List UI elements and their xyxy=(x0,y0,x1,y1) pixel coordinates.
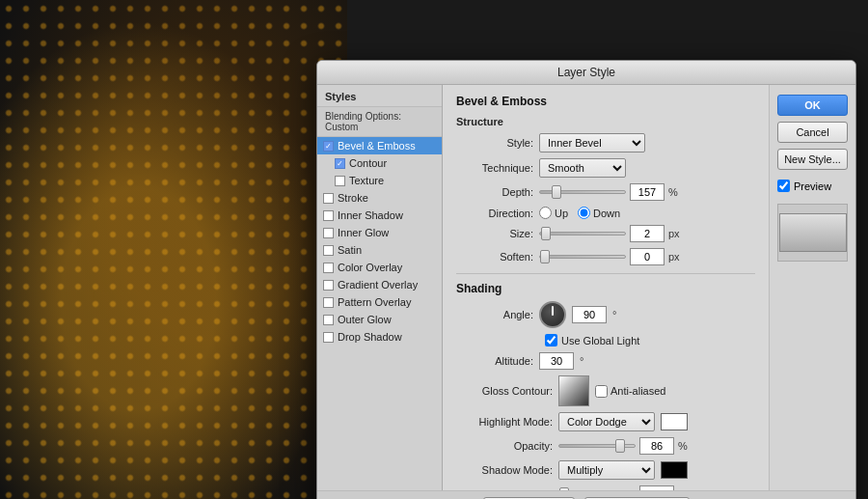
angle-dial[interactable] xyxy=(539,301,566,328)
styles-header: Styles xyxy=(317,85,442,107)
preview-row: Preview xyxy=(777,180,848,192)
gloss-contour-preview[interactable] xyxy=(558,375,589,406)
sidebar-item-bevel-emboss[interactable]: Bevel & Emboss xyxy=(317,137,442,154)
direction-down-label: Down xyxy=(593,208,620,219)
dialog-titlebar: Layer Style xyxy=(317,61,855,85)
highlight-opacity-input[interactable] xyxy=(639,437,674,455)
technique-row: Technique: Smooth Chisel Hard Chisel Sof… xyxy=(456,158,755,178)
direction-up-option[interactable]: Up xyxy=(539,207,568,219)
drop-shadow-label: Drop Shadow xyxy=(338,331,402,343)
blending-options-item[interactable]: Blending Options: Custom xyxy=(317,107,442,137)
soften-row: Soften: px xyxy=(456,248,755,265)
gloss-contour-row: Gloss Contour: Anti-aliased xyxy=(456,375,755,406)
anti-aliased-text: Anti-aliased xyxy=(610,385,665,397)
shadow-color-swatch[interactable] xyxy=(661,461,688,479)
color-overlay-label: Color Overlay xyxy=(338,262,402,273)
highlight-opacity-slider-container: % xyxy=(558,437,688,455)
shadow-mode-row: Shadow Mode: Multiply Normal Screen Over… xyxy=(456,460,755,480)
bevel-emboss-checkbox[interactable] xyxy=(323,141,334,152)
sidebar-item-satin[interactable]: Satin xyxy=(317,241,442,259)
shadow-opacity-unit: % xyxy=(678,488,688,490)
size-slider-container: px xyxy=(539,225,680,242)
style-label: Style: xyxy=(456,137,533,149)
style-row: Style: Inner Bevel Outer Bevel Emboss Pi… xyxy=(456,133,755,152)
size-row: Size: px xyxy=(456,225,755,242)
inner-glow-checkbox[interactable] xyxy=(323,228,334,238)
ok-button[interactable]: OK xyxy=(777,95,848,116)
layer-style-dialog: Layer Style Styles Blending Options: Cus… xyxy=(316,60,856,499)
dot-grid-overlay xyxy=(0,0,347,499)
color-overlay-checkbox[interactable] xyxy=(323,263,334,273)
contour-label: Contour xyxy=(349,157,387,169)
anti-aliased-checkbox[interactable] xyxy=(595,385,608,398)
style-select[interactable]: Inner Bevel Outer Bevel Emboss Pillow Em… xyxy=(539,133,645,152)
technique-select[interactable]: Smooth Chisel Hard Chisel Soft xyxy=(539,158,626,178)
sidebar-item-texture[interactable]: Texture xyxy=(317,172,442,189)
soften-slider[interactable] xyxy=(539,255,626,259)
section-title: Bevel & Emboss xyxy=(456,95,755,108)
direction-up-radio[interactable] xyxy=(539,207,552,219)
altitude-input[interactable] xyxy=(539,352,574,370)
shadow-opacity-row: Opacity: % xyxy=(456,485,755,490)
sidebar-item-color-overlay[interactable]: Color Overlay xyxy=(317,259,442,276)
stroke-checkbox[interactable] xyxy=(323,193,334,204)
drop-shadow-checkbox[interactable] xyxy=(323,332,334,343)
texture-label: Texture xyxy=(349,175,384,186)
dialog-body: Styles Blending Options: Custom Bevel & … xyxy=(317,85,855,490)
main-panel: Bevel & Emboss Structure Style: Inner Be… xyxy=(443,85,769,490)
structure-subtitle: Structure xyxy=(456,116,755,127)
direction-down-radio[interactable] xyxy=(578,207,590,219)
depth-unit: % xyxy=(668,186,678,198)
shadow-mode-select[interactable]: Multiply Normal Screen Overlay xyxy=(558,460,655,480)
global-light-checkbox[interactable] xyxy=(545,334,557,347)
sidebar-item-stroke[interactable]: Stroke xyxy=(317,189,442,207)
soften-unit: px xyxy=(668,251,680,263)
sidebar-item-outer-glow[interactable]: Outer Glow xyxy=(317,311,442,328)
highlight-opacity-row: Opacity: % xyxy=(456,437,755,455)
size-slider[interactable] xyxy=(539,232,626,236)
satin-checkbox[interactable] xyxy=(323,245,334,256)
altitude-unit: ° xyxy=(580,355,583,367)
pattern-overlay-label: Pattern Overlay xyxy=(338,296,411,308)
highlight-opacity-slider[interactable] xyxy=(558,444,636,448)
highlight-mode-select[interactable]: Color Dodge Normal Screen Multiply xyxy=(558,412,655,431)
soften-slider-container: px xyxy=(539,248,680,265)
shadow-opacity-input[interactable] xyxy=(639,485,674,490)
background-canvas xyxy=(0,0,347,499)
cancel-button[interactable]: Cancel xyxy=(777,122,848,143)
new-style-button[interactable]: New Style... xyxy=(777,149,848,170)
contour-checkbox[interactable] xyxy=(335,158,345,169)
stroke-label: Stroke xyxy=(338,192,368,204)
anti-aliased-label[interactable]: Anti-aliased xyxy=(595,385,665,398)
global-light-label[interactable]: Use Global Light xyxy=(545,334,639,347)
bevel-emboss-label: Bevel & Emboss xyxy=(338,140,416,152)
depth-input[interactable] xyxy=(630,183,665,201)
size-label: Size: xyxy=(456,228,533,239)
angle-input[interactable] xyxy=(572,306,607,323)
sidebar-item-drop-shadow[interactable]: Drop Shadow xyxy=(317,328,442,346)
direction-radio-group: Up Down xyxy=(539,207,620,219)
pattern-overlay-checkbox[interactable] xyxy=(323,297,334,308)
depth-slider[interactable] xyxy=(539,190,626,194)
preview-checkbox[interactable] xyxy=(777,180,790,192)
texture-checkbox[interactable] xyxy=(335,176,345,186)
highlight-mode-label: Highlight Mode: xyxy=(456,416,553,428)
altitude-row: Altitude: ° xyxy=(456,352,755,370)
direction-down-option[interactable]: Down xyxy=(578,207,620,219)
sidebar-item-pattern-overlay[interactable]: Pattern Overlay xyxy=(317,293,442,311)
styles-panel: Styles Blending Options: Custom Bevel & … xyxy=(317,85,443,490)
sidebar-item-contour[interactable]: Contour xyxy=(317,154,442,172)
sidebar-item-inner-glow[interactable]: Inner Glow xyxy=(317,224,442,241)
outer-glow-checkbox[interactable] xyxy=(323,315,334,325)
shadow-opacity-slider-container: % xyxy=(558,485,688,490)
global-light-row: Use Global Light xyxy=(545,334,755,347)
sidebar-item-inner-shadow[interactable]: Inner Shadow xyxy=(317,207,442,224)
gradient-overlay-checkbox[interactable] xyxy=(323,280,334,291)
sidebar-item-gradient-overlay[interactable]: Gradient Overlay xyxy=(317,276,442,293)
angle-row: Angle: ° xyxy=(456,301,755,328)
highlight-color-swatch[interactable] xyxy=(661,413,688,430)
right-panel: OK Cancel New Style... Preview xyxy=(769,85,855,490)
soften-input[interactable] xyxy=(630,248,665,265)
size-input[interactable] xyxy=(630,225,665,242)
inner-shadow-checkbox[interactable] xyxy=(323,210,334,221)
